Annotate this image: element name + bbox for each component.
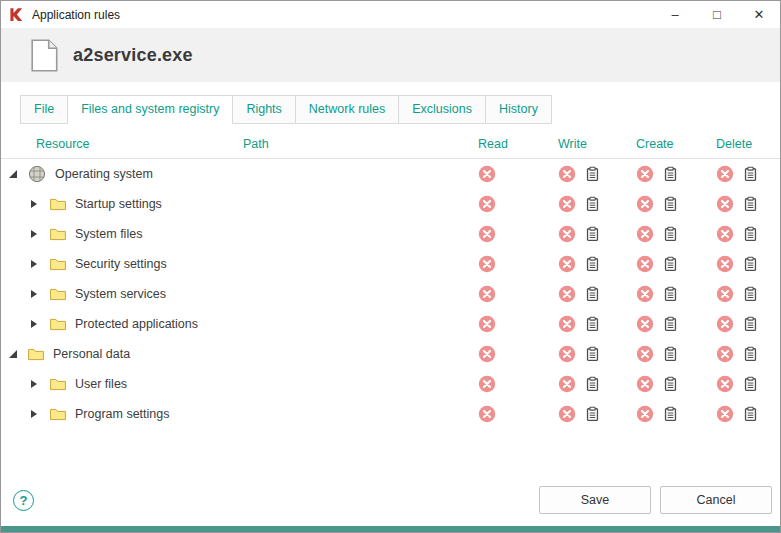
log-events-icon[interactable] [663,196,678,212]
table-row[interactable]: Program settings [1,399,780,429]
log-events-icon[interactable] [663,376,678,392]
create-permission-cell [634,405,714,423]
log-events-icon[interactable] [585,226,600,242]
log-events-icon[interactable] [663,346,678,362]
tab-history[interactable]: History [485,95,552,124]
path-cell [241,369,476,399]
deny-icon[interactable] [478,165,496,183]
log-events-icon[interactable] [585,196,600,212]
table-row[interactable]: Personal data [1,339,780,369]
deny-icon[interactable] [636,285,654,303]
deny-icon[interactable] [716,165,734,183]
deny-icon[interactable] [558,285,576,303]
deny-icon[interactable] [636,225,654,243]
log-events-icon[interactable] [743,226,758,242]
deny-icon[interactable] [478,405,496,423]
deny-icon[interactable] [636,195,654,213]
deny-icon[interactable] [716,375,734,393]
log-events-icon[interactable] [585,346,600,362]
deny-icon[interactable] [716,405,734,423]
deny-icon[interactable] [558,375,576,393]
deny-icon[interactable] [558,405,576,423]
deny-icon[interactable] [478,225,496,243]
log-events-icon[interactable] [743,256,758,272]
close-button[interactable]: ✕ [738,1,780,28]
deny-icon[interactable] [478,255,496,273]
deny-icon[interactable] [636,165,654,183]
expand-caret-icon[interactable] [31,260,37,268]
deny-icon[interactable] [716,255,734,273]
log-events-icon[interactable] [585,406,600,422]
save-button[interactable]: Save [539,486,651,514]
log-events-icon[interactable] [663,406,678,422]
log-events-icon[interactable] [663,316,678,332]
expand-caret-icon[interactable] [31,380,37,388]
deny-icon[interactable] [478,285,496,303]
deny-icon[interactable] [636,255,654,273]
maximize-button[interactable]: □ [696,1,738,28]
log-events-icon[interactable] [743,346,758,362]
table-row[interactable]: System files [1,219,780,249]
deny-icon[interactable] [636,315,654,333]
deny-icon[interactable] [478,315,496,333]
deny-icon[interactable] [636,345,654,363]
log-events-icon[interactable] [743,286,758,302]
log-events-icon[interactable] [743,166,758,182]
expand-caret-icon[interactable] [31,320,37,328]
tab-rights[interactable]: Rights [232,95,295,124]
tab-file[interactable]: File [20,95,68,124]
table-row[interactable]: Protected applications [1,309,780,339]
log-events-icon[interactable] [663,286,678,302]
log-events-icon[interactable] [743,316,758,332]
deny-icon[interactable] [558,195,576,213]
deny-icon[interactable] [478,195,496,213]
folder-icon [50,287,66,301]
expand-caret-icon[interactable] [31,200,37,208]
deny-icon[interactable] [558,225,576,243]
table-row[interactable]: System services [1,279,780,309]
log-events-icon[interactable] [663,166,678,182]
create-permission-cell [634,345,714,363]
log-events-icon[interactable] [743,196,758,212]
deny-icon[interactable] [558,165,576,183]
table-row[interactable]: Operating system [1,159,780,189]
deny-icon[interactable] [716,315,734,333]
deny-icon[interactable] [636,405,654,423]
log-events-icon[interactable] [663,226,678,242]
log-events-icon[interactable] [585,316,600,332]
log-events-icon[interactable] [585,376,600,392]
table-row[interactable]: Startup settings [1,189,780,219]
collapse-caret-icon[interactable] [9,350,17,358]
log-events-icon[interactable] [743,406,758,422]
log-events-icon[interactable] [585,256,600,272]
deny-icon[interactable] [636,375,654,393]
table-row[interactable]: User files [1,369,780,399]
table-row[interactable]: Security settings [1,249,780,279]
deny-icon[interactable] [716,195,734,213]
deny-icon[interactable] [716,225,734,243]
deny-icon[interactable] [558,255,576,273]
tab-network-rules[interactable]: Network rules [295,95,399,124]
expand-caret-icon[interactable] [31,290,37,298]
log-events-icon[interactable] [743,376,758,392]
minimize-button[interactable]: – [654,1,696,28]
tab-exclusions[interactable]: Exclusions [398,95,486,124]
deny-icon[interactable] [716,285,734,303]
help-button[interactable]: ? [13,490,34,511]
expand-caret-icon[interactable] [31,410,37,418]
deny-icon[interactable] [558,345,576,363]
log-events-icon[interactable] [585,166,600,182]
collapse-caret-icon[interactable] [9,170,17,178]
deny-icon[interactable] [558,315,576,333]
log-events-icon[interactable] [663,256,678,272]
deny-icon[interactable] [478,375,496,393]
deny-icon[interactable] [478,345,496,363]
expand-caret-icon[interactable] [31,230,37,238]
cancel-button[interactable]: Cancel [660,486,772,514]
deny-icon[interactable] [716,345,734,363]
log-events-icon[interactable] [585,286,600,302]
window-title: Application rules [32,8,120,22]
tab-files-and-system-registry[interactable]: Files and system registry [67,95,233,124]
path-cell [241,279,476,309]
column-header-create: Create [634,137,714,151]
